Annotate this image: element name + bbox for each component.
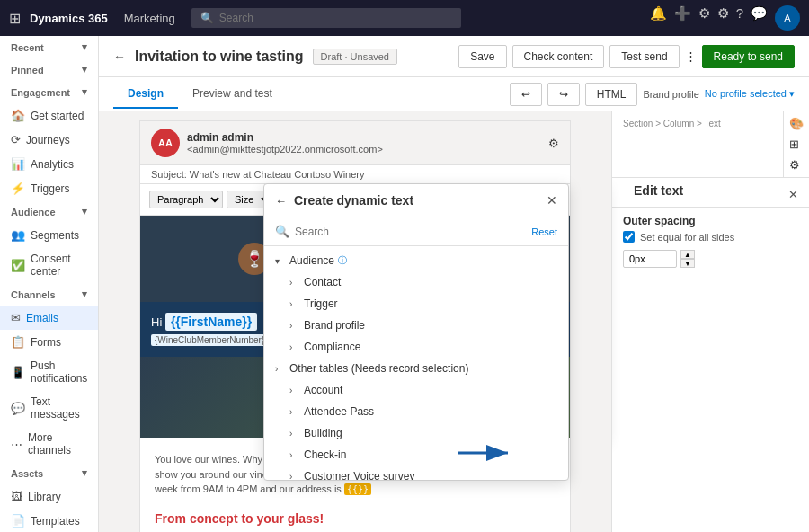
nav-icons: 🔔 ➕ ⚙ ⚙ ? 💬 A xyxy=(650,5,800,31)
settings-icon[interactable]: ⚙ xyxy=(717,5,729,31)
redo-button[interactable]: ↪ xyxy=(547,83,580,106)
sidebar-item-segments[interactable]: 👥 Segments xyxy=(0,223,98,247)
sidebar-item-journeys[interactable]: ⟳ Journeys xyxy=(0,128,98,152)
sidebar-item-push[interactable]: 📱 Push notifications xyxy=(0,354,98,390)
paragraph-select[interactable]: Paragraph xyxy=(149,191,223,208)
consent-icon: ✅ xyxy=(11,259,25,272)
chat-icon[interactable]: 💬 xyxy=(751,5,768,31)
page-title: Invitation to wine tasting xyxy=(135,49,304,65)
tree-building-item[interactable]: › Building xyxy=(264,422,568,444)
avatar[interactable]: A xyxy=(775,5,800,31)
more-options-icon[interactable]: ⋮ xyxy=(685,49,697,63)
right-panel: Section > Column > Text 🎨 ⊞ ⚙ Edit text … xyxy=(611,111,809,532)
search-input[interactable] xyxy=(219,12,452,24)
top-navigation: ⊞ Dynamics 365 Marketing 🔍 🔔 ➕ ⚙ ⚙ ? 💬 A xyxy=(0,0,809,36)
decrement-button[interactable]: ▼ xyxy=(680,259,695,268)
tree-attendee-item[interactable]: › Attendee Pass xyxy=(264,401,568,422)
email-icon: ✉ xyxy=(11,311,21,324)
hi-text: Hi xyxy=(151,315,162,329)
sidebar-item-library[interactable]: 🖼 Library xyxy=(0,484,98,509)
tree-contact-item[interactable]: › Contact xyxy=(264,271,568,293)
info-icon: ⓘ xyxy=(338,254,347,267)
right-side-icons: 🎨 ⊞ ⚙ xyxy=(783,111,809,177)
tree-checkin-item[interactable]: › Check-in xyxy=(264,444,568,466)
tab-design[interactable]: Design xyxy=(113,80,178,109)
sidebar-item-more-channels[interactable]: ⋯ More channels xyxy=(0,426,98,462)
code-tag: {{}} xyxy=(344,483,371,495)
bell-icon[interactable]: 🔔 xyxy=(650,5,667,31)
sidebar-group-pinned[interactable]: Pinned ▾ xyxy=(0,58,98,81)
main-area: ← Invitation to wine tasting Draft · Uns… xyxy=(99,36,809,532)
sidebar-group-audience[interactable]: Audience ▾ xyxy=(0,200,98,223)
templates-icon: 📄 xyxy=(11,514,25,528)
email-subject: Subject: What's new at Chateau Contoso W… xyxy=(140,165,570,184)
html-button[interactable]: HTML xyxy=(585,83,638,106)
no-profile-selected[interactable]: No profile selected ▾ xyxy=(705,88,795,100)
check-content-button[interactable]: Check content xyxy=(512,45,605,68)
increment-button[interactable]: ▲ xyxy=(680,250,695,259)
firstname-tag[interactable]: {{FirstName}} xyxy=(165,313,257,331)
test-send-button[interactable]: Test send xyxy=(609,45,679,68)
email-canvas: AA admin admin <admin@mikttestjotp2022.o… xyxy=(99,111,611,532)
grid-icon[interactable]: ⊞ xyxy=(9,10,21,27)
app-body: Recent ▾ Pinned ▾ Engagement ▾ 🏠 Get sta… xyxy=(0,36,809,532)
dynamic-panel-title: Create dynamic text xyxy=(294,193,539,208)
tree-other-tables-header[interactable]: › Other tables (Needs record selection) xyxy=(264,358,568,379)
dynamic-search-input[interactable] xyxy=(295,226,526,238)
sidebar-item-get-started[interactable]: 🏠 Get started xyxy=(0,103,98,128)
concept-section: From concept to your glass! The journey … xyxy=(140,511,570,533)
help-icon[interactable]: ? xyxy=(736,5,743,31)
tab-preview[interactable]: Preview and test xyxy=(178,80,287,109)
more-icon: ⋯ xyxy=(11,438,22,451)
save-button[interactable]: Save xyxy=(458,45,506,68)
member-tag[interactable]: {WineClubMemberNumber} xyxy=(151,334,268,346)
gear-icon[interactable]: ⚙ xyxy=(548,137,559,150)
search-bar[interactable]: 🔍 xyxy=(191,8,461,28)
sidebar-group-assets[interactable]: Assets ▾ xyxy=(0,462,98,484)
sidebar-item-consent[interactable]: ✅ Consent center xyxy=(0,247,98,283)
spacing-input[interactable] xyxy=(623,250,677,268)
tree-trigger-item[interactable]: › Trigger xyxy=(264,293,568,315)
sidebar-item-templates[interactable]: 📄 Templates xyxy=(0,509,98,532)
set-equal-label: Set equal for all sides xyxy=(640,232,734,243)
palette-icon[interactable]: 🎨 xyxy=(787,115,805,132)
layers-icon[interactable]: ⊞ xyxy=(787,136,805,153)
close-bar: Edit text ✕ xyxy=(612,178,809,208)
spinner-buttons: ▲ ▼ xyxy=(680,250,695,268)
dynamic-search-bar: 🔍 Reset xyxy=(264,217,568,246)
undo-button[interactable]: ↩ xyxy=(510,83,542,106)
journey-icon: ⟳ xyxy=(11,133,21,146)
close-panel-icon[interactable]: ✕ xyxy=(788,188,798,201)
set-equal-checkbox[interactable] xyxy=(623,231,635,243)
filter-icon[interactable]: ⚙ xyxy=(698,5,710,31)
sidebar-group-engagement[interactable]: Engagement ▾ xyxy=(0,81,98,103)
arrow-indicator xyxy=(458,435,512,471)
sidebar-item-analytics[interactable]: 📊 Analytics xyxy=(0,152,98,176)
reset-button[interactable]: Reset xyxy=(531,226,557,237)
right-panel-title: Edit text xyxy=(623,183,694,205)
outer-spacing-section: Outer spacing Set equal for all sides ▲ … xyxy=(612,208,809,275)
back-button[interactable]: ← xyxy=(113,49,126,64)
settings2-icon[interactable]: ⚙ xyxy=(787,156,805,173)
trigger-icon: ⚡ xyxy=(11,182,25,195)
ready-to-send-button[interactable]: Ready to send xyxy=(702,45,795,68)
home-icon: 🏠 xyxy=(11,109,25,122)
sidebar-item-text[interactable]: 💬 Text messages xyxy=(0,390,98,426)
sidebar-item-emails[interactable]: ✉ Emails xyxy=(0,306,98,330)
sidebar-group-recent[interactable]: Recent ▾ xyxy=(0,36,98,58)
dynamic-panel-header: ← Create dynamic text ✕ xyxy=(264,184,568,217)
tree-compliance-item[interactable]: › Compliance xyxy=(264,336,568,358)
forms-icon: 📋 xyxy=(11,335,25,349)
sidebar-item-triggers[interactable]: ⚡ Triggers xyxy=(0,176,98,200)
library-icon: 🖼 xyxy=(11,490,22,503)
plus-icon[interactable]: ➕ xyxy=(674,5,691,31)
sidebar-item-forms[interactable]: 📋 Forms xyxy=(0,330,98,354)
checkbox-row: Set equal for all sides xyxy=(623,231,798,243)
sidebar-group-channels[interactable]: Channels ▾ xyxy=(0,283,98,306)
back-arrow-icon[interactable]: ← xyxy=(275,194,287,208)
close-icon[interactable]: ✕ xyxy=(547,193,557,208)
tree-brand-profile-item[interactable]: › Brand profile xyxy=(264,315,568,336)
tree-account-item[interactable]: › Account xyxy=(264,379,568,401)
tree-survey-item[interactable]: › Customer Voice survey xyxy=(264,466,568,480)
tree-audience-header[interactable]: ▾ Audience ⓘ xyxy=(264,250,568,271)
